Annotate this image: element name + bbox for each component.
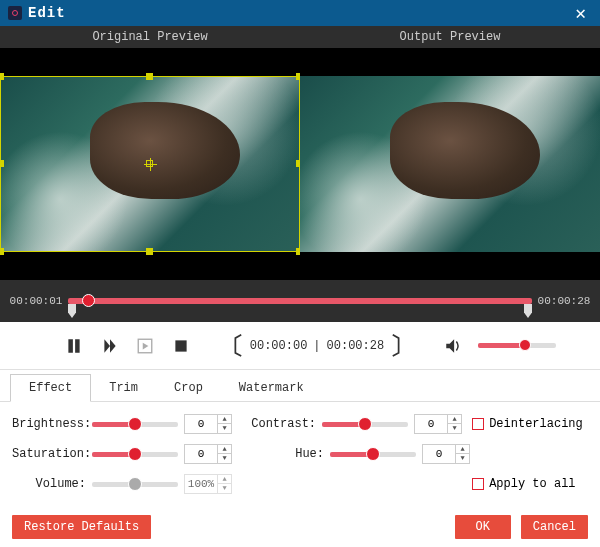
hue-label: Hue: — [250, 447, 324, 461]
timeline-duration: 00:00:28 — [536, 295, 592, 307]
preview-header: Original Preview Output Preview — [0, 26, 600, 48]
effect-tabs: Effect Trim Crop Watermark — [0, 370, 600, 402]
trim-start-time: 00:00:00 — [250, 339, 308, 353]
brightness-knob[interactable] — [128, 417, 142, 431]
title-bar: Edit ✕ — [0, 0, 600, 26]
brightness-label: Brightness: — [12, 417, 86, 431]
tab-crop[interactable]: Crop — [156, 375, 221, 401]
video-frame — [300, 76, 600, 252]
pause-button[interactable] — [63, 335, 85, 357]
crop-handle-center[interactable] — [146, 160, 153, 167]
svg-marker-3 — [110, 339, 116, 353]
restore-defaults-button[interactable]: Restore Defaults — [12, 515, 151, 539]
trim-separator: | — [313, 339, 320, 353]
crop-handle-bl[interactable] — [0, 248, 4, 255]
svg-rect-0 — [69, 339, 74, 353]
spin-up-icon[interactable]: ▲ — [218, 445, 231, 454]
saturation-knob[interactable] — [128, 447, 142, 461]
next-frame-button[interactable] — [99, 335, 121, 357]
trim-start-marker[interactable] — [68, 304, 76, 318]
svg-marker-2 — [104, 339, 110, 353]
original-preview-label: Original Preview — [0, 26, 300, 48]
tab-trim[interactable]: Trim — [91, 375, 156, 401]
crop-handle-tl[interactable] — [0, 73, 4, 80]
playhead[interactable] — [82, 294, 95, 307]
saturation-label: Saturation: — [12, 447, 86, 461]
tab-effect[interactable]: Effect — [10, 374, 91, 402]
spin-down-icon[interactable]: ▼ — [456, 454, 469, 463]
volume-icon[interactable] — [442, 335, 464, 357]
volume-effect-input[interactable] — [185, 475, 217, 493]
crop-frame[interactable] — [0, 76, 300, 252]
contrast-knob[interactable] — [358, 417, 372, 431]
stop-button[interactable] — [170, 335, 192, 357]
spin-down-icon[interactable]: ▼ — [448, 424, 461, 433]
spin-up-icon[interactable]: ▲ — [218, 415, 231, 424]
timeline-current: 00:00:01 — [8, 295, 64, 307]
playback-controls: 〔 00:00:00 | 00:00:28 〕 — [0, 322, 600, 370]
brightness-spinner[interactable]: ▲▼ — [184, 414, 232, 434]
svg-marker-7 — [446, 339, 454, 353]
crop-handle-bm[interactable] — [146, 248, 153, 255]
spin-down-icon[interactable]: ▼ — [218, 454, 231, 463]
brightness-input[interactable] — [185, 415, 217, 433]
trim-end-time: 00:00:28 — [327, 339, 385, 353]
crop-handle-tm[interactable] — [146, 73, 153, 80]
app-logo-icon — [8, 6, 22, 20]
volume-effect-label: Volume: — [12, 477, 86, 491]
step-button[interactable] — [135, 335, 157, 357]
spin-up-icon[interactable]: ▲ — [218, 475, 231, 484]
tab-watermark[interactable]: Watermark — [221, 375, 322, 401]
output-preview-label: Output Preview — [300, 26, 600, 48]
original-preview-pane[interactable] — [0, 48, 300, 280]
output-preview-pane — [300, 48, 600, 280]
crop-handle-ml[interactable] — [0, 160, 4, 167]
trim-display: 〔 00:00:00 | 00:00:28 〕 — [220, 330, 414, 362]
brightness-slider[interactable] — [92, 422, 178, 427]
spin-down-icon[interactable]: ▼ — [218, 424, 231, 433]
ok-button[interactable]: OK — [455, 515, 511, 539]
apply-all-checkbox[interactable] — [472, 478, 484, 490]
volume-effect-slider[interactable] — [92, 482, 178, 487]
spin-up-icon[interactable]: ▲ — [448, 415, 461, 424]
saturation-spinner[interactable]: ▲▼ — [184, 444, 232, 464]
deinterlacing-label: Deinterlacing — [489, 417, 583, 431]
footer: Restore Defaults OK Cancel — [0, 508, 600, 546]
bracket-right-icon[interactable]: 〕 — [390, 330, 414, 362]
deinterlacing-checkbox[interactable] — [472, 418, 484, 430]
contrast-input[interactable] — [415, 415, 447, 433]
preview-area — [0, 48, 600, 280]
hue-input[interactable] — [423, 445, 455, 463]
hue-knob[interactable] — [366, 447, 380, 461]
svg-marker-5 — [143, 342, 149, 349]
svg-rect-1 — [75, 339, 80, 353]
timeline: 00:00:01 00:00:28 — [0, 280, 600, 322]
trim-end-marker[interactable] — [524, 304, 532, 318]
contrast-label: Contrast: — [242, 417, 316, 431]
apply-all-label: Apply to all — [489, 477, 575, 491]
volume-knob[interactable] — [519, 339, 531, 351]
saturation-slider[interactable] — [92, 452, 178, 457]
svg-rect-6 — [175, 340, 186, 351]
volume-slider[interactable] — [478, 343, 556, 348]
contrast-slider[interactable] — [322, 422, 408, 427]
contrast-spinner[interactable]: ▲▼ — [414, 414, 462, 434]
timeline-track[interactable] — [68, 298, 532, 304]
volume-effect-knob[interactable] — [128, 477, 142, 491]
cancel-button[interactable]: Cancel — [521, 515, 588, 539]
effect-panel: Brightness: ▲▼ Contrast: ▲▼ Deinterlacin… — [0, 402, 600, 508]
bracket-left-icon[interactable]: 〔 — [220, 330, 244, 362]
hue-spinner[interactable]: ▲▼ — [422, 444, 470, 464]
spin-down-icon[interactable]: ▼ — [218, 484, 231, 493]
spin-up-icon[interactable]: ▲ — [456, 445, 469, 454]
volume-effect-spinner[interactable]: ▲▼ — [184, 474, 232, 494]
hue-slider[interactable] — [330, 452, 416, 457]
saturation-input[interactable] — [185, 445, 217, 463]
close-button[interactable]: ✕ — [569, 2, 592, 24]
window-title: Edit — [28, 5, 66, 21]
